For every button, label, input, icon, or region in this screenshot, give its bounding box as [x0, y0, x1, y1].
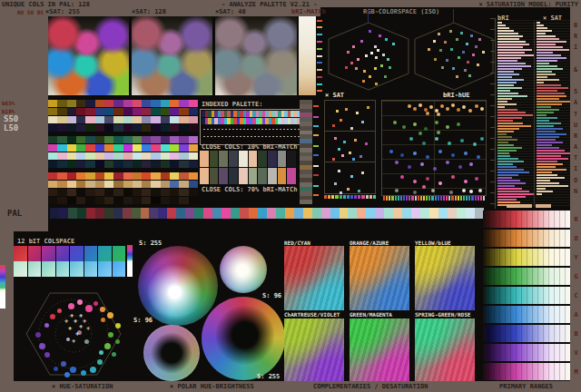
sat48-field [215, 16, 297, 95]
close-cols-10-caption: CLOSE COLS: 10% bRI-MATCh [202, 143, 297, 151]
xsat-box-1 [324, 100, 376, 132]
bri-saturation-side-caption: BRI & SATURATION [571, 22, 580, 199]
comp-panel-yellow-blue [415, 246, 475, 310]
xsat-tick-strip [324, 195, 376, 199]
sat255-field [48, 16, 129, 95]
close-cols-row-a [200, 151, 296, 167]
polar-label-c: S: 96 [133, 317, 153, 324]
unique-cols-count: UNIQUE COLS IN PAL: 128 [2, 1, 90, 8]
indexed-row-a [202, 111, 303, 117]
pal-strip [50, 208, 484, 219]
lu-match-ticks [313, 100, 320, 204]
cube-outline [413, 22, 495, 91]
comp-panel-green-magenta [350, 318, 409, 381]
comp-label-2: YELLOW/bLUE [415, 240, 451, 246]
bri-match-strip [299, 16, 316, 95]
rgb-top-canvas [320, 7, 570, 16]
xsat-box-3 [324, 162, 376, 194]
comp-label-1: ORANGE/AZURE [350, 240, 389, 246]
rgb-cube-left [327, 22, 410, 91]
indexed-row-b [202, 118, 303, 124]
sat128-caption[interactable]: ×SAT: 128 [132, 8, 166, 15]
comp-panel-red-cyan [284, 246, 344, 310]
pal-caption: PAL [7, 210, 22, 217]
comp-label-4: GREEN/MAGENTA [350, 311, 392, 318]
bri-hue-caption: bRI-hUE [443, 92, 470, 99]
colspace-caption: 12 bIT COLSPACE [17, 238, 74, 245]
sat255-caption[interactable]: ×SAT: 255 [45, 8, 80, 15]
polar-label-b: S: 96 [262, 292, 281, 299]
hist-divider [534, 22, 535, 207]
bri-match-caption: bRI-MATCh [291, 8, 326, 15]
rgb-colorspace-caption: RGB-COLORSPACE (ISO) [363, 8, 439, 15]
comp-panel-springgreen-rose [415, 318, 475, 381]
xsat-scatter-panel [324, 100, 376, 193]
indexed-empty-row [202, 132, 303, 139]
bri-hue-gridline [434, 101, 435, 195]
hue-saturation-crosses: ++++++++++ [14, 279, 134, 381]
saturation-model-toggle[interactable]: × SATURATION MODEL: PURITY [478, 1, 578, 8]
label-b65: b65% [2, 100, 15, 106]
comp-panel-chartreuse-violet [284, 318, 344, 381]
label-l50: L50 [4, 124, 18, 132]
mode-flags[interactable]: RO SO 85 [17, 9, 44, 15]
cube-axis-right [453, 9, 454, 23]
indexed-palette-caption: INDEXED PALETTE: [202, 101, 262, 108]
label-b10: b10% [2, 108, 15, 114]
sat128-field [132, 16, 212, 95]
palette-bar-rows [48, 100, 198, 205]
primary-ranges-panel [483, 211, 570, 382]
footer-polar-toggle[interactable]: × POLAR HUE-BRIGHTNESS [170, 383, 254, 390]
sat48-caption[interactable]: ×SAT: 48 [215, 8, 246, 15]
label-s50: S50 [4, 115, 18, 122]
analyze-palette-app: UNIQUE COLS IN PAL: 128 - ANALYZE PALETT… [0, 0, 581, 392]
bri-histogram [497, 22, 534, 207]
colspace-strip [14, 246, 126, 277]
polar-circle-s96-dark [143, 325, 200, 381]
polar-circle-s255-dark [202, 297, 285, 380]
xsat-scatter-caption[interactable]: × SAT [325, 92, 344, 99]
polar-label-d: S: 255 [257, 373, 280, 380]
cube-axis-left [368, 9, 369, 23]
close-cols-70-caption: CLOSE COLS: 70% bRI-MATCh [202, 186, 297, 193]
sat-histogram [537, 22, 570, 207]
comp-label-0: RED/CYAN [284, 240, 310, 246]
footer-primary-ranges-caption: PRIMARY RANGES [499, 383, 553, 390]
bri-hue-tick-strip [383, 196, 485, 201]
bri-match-ticks [317, 16, 324, 95]
lu-match-strip [300, 100, 312, 204]
comp-label-3: ChARTREUSE/VIOLET [284, 311, 340, 318]
app-title: - ANALYZE PALETTE V2.21 - [222, 1, 317, 8]
footer-hue-saturation-toggle[interactable]: × HUE-SATURATION [52, 383, 113, 390]
polar-label-a: S: 255 [139, 240, 162, 247]
hist-base-bar-right [536, 204, 551, 208]
xsat-box-2 [324, 131, 376, 162]
gradient-widget-right [127, 245, 133, 277]
primary-ranges-letters: ROYGCABVM [571, 211, 581, 382]
comp-label-5: SPRING-GREEN/ROSE [415, 311, 470, 318]
rgb-cube-right [413, 22, 495, 91]
indexed-empty-row [202, 125, 303, 132]
gradient-widget-left [0, 265, 5, 309]
bri-hue-panel [381, 100, 487, 196]
close-cols-row-b [200, 168, 296, 184]
hist-base-bar-left [507, 204, 532, 208]
indexed-palette-box [200, 109, 305, 145]
polar-circle-s96-light [220, 246, 267, 293]
polar-circle-s255-light [138, 246, 218, 326]
comp-panel-orange-azure [350, 246, 409, 310]
footer-complementaries-caption: COMPLEMENTARIES / DESATURATION [313, 383, 428, 390]
